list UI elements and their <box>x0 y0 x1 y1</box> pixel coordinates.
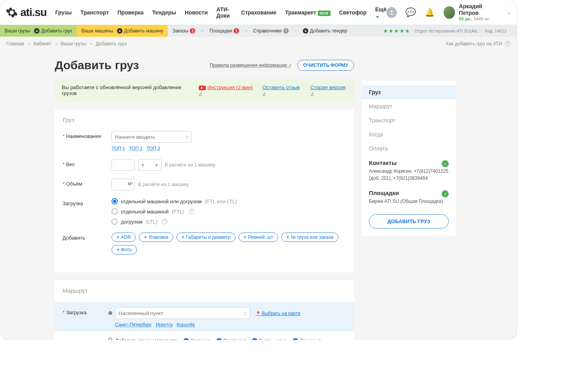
nav-tenders[interactable]: Тендеры <box>152 9 176 16</box>
sidebar-card: Груз Маршрут Транспорт Когда Оплата ✓ Ко… <box>362 81 456 236</box>
top-link[interactable]: ТОП 2 <box>129 146 143 151</box>
nav-docs[interactable]: АТИ-Доки <box>216 6 232 19</box>
route-dot-icon <box>108 338 112 340</box>
chevron-down-icon: ⌄ <box>375 13 380 19</box>
subnav-add-vehicle[interactable]: +Добавить машину <box>117 28 163 34</box>
label-route-load: Загрузка <box>63 307 106 315</box>
chip-adr[interactable]: ADR <box>111 233 136 242</box>
side-contacts[interactable]: ✓ Контакты Александр Корягин, +7(812)740… <box>362 156 456 186</box>
chat-icon[interactable]: 💬 <box>405 7 416 18</box>
user-sub: 85 дн., 5449 ат. <box>459 16 500 21</box>
breadcrumb[interactable]: Главная <box>6 41 24 47</box>
load-option-ftl-ltl[interactable]: отдельной машиной или догрузом (FTL или … <box>111 198 346 204</box>
volume-hint: В расчёте на 1 машину <box>138 182 189 187</box>
cargo-name-input[interactable]: ⌕ <box>111 131 192 143</box>
subnav-your-cargo[interactable]: Ваши грузы <box>5 28 30 34</box>
load-option-ltl[interactable]: догрузом (LTL)? <box>111 218 346 225</box>
info-banner: Вы работаете с обновлённой версией добав… <box>55 79 354 102</box>
subnav-your-vehicles[interactable]: Ваши машины <box>81 28 113 34</box>
sidenav-route[interactable]: Маршрут <box>362 99 456 113</box>
chevron-right-icon: › <box>201 28 203 34</box>
chip-packaging[interactable]: Упаковка <box>139 233 173 242</box>
chip-photo[interactable]: Фото <box>111 245 137 254</box>
chip-number[interactable]: № груза или заказа <box>281 233 338 242</box>
chevron-down-icon: ▾ <box>155 162 158 168</box>
nav-svetofor[interactable]: Светофор <box>339 9 367 16</box>
breadcrumb[interactable]: Кабинет <box>34 41 52 47</box>
top-link[interactable]: ТОП 1 <box>111 146 125 151</box>
nav-insurance[interactable]: Страхование <box>241 9 276 16</box>
add-load-point[interactable]: Загрузка <box>183 338 211 340</box>
add-cargo-button[interactable]: ДОБАВИТЬ ГРУЗ <box>369 214 449 229</box>
plus-icon: + <box>303 28 308 34</box>
add-customs-point[interactable]: Таможня <box>293 338 321 340</box>
gear-icon <box>5 6 18 19</box>
volume-unit: м³ <box>128 181 133 186</box>
old-version-link[interactable]: Старая версия <box>311 84 347 96</box>
sidenav-when[interactable]: Когда <box>362 127 456 141</box>
platforms-text: Биржа ATI.SU (Общая Площадка) <box>369 198 449 205</box>
load-option-ftl[interactable]: отдельной машиной (FTL)? <box>111 208 346 215</box>
bell-icon[interactable]: 🔔 <box>424 7 435 18</box>
main-nav: Грузы Транспорт Проверка Тендеры Новости… <box>55 6 387 19</box>
add-unload-point[interactable]: Разгрузка <box>216 338 246 340</box>
clear-form-button[interactable]: ОЧИСТИТЬ ФОРМУ <box>297 60 354 71</box>
user-menu[interactable]: Аркадий Петров 85 дн., 5449 ат. ⌄ <box>444 3 511 21</box>
rules-link[interactable]: Правила размещения информации <box>210 63 291 68</box>
nav-trakmarket[interactable]: ТракмаркетNEW <box>285 9 331 16</box>
radio-icon <box>111 218 118 225</box>
nav-cargo[interactable]: Грузы <box>55 9 72 16</box>
nav-news[interactable]: Новости <box>185 9 208 16</box>
chip-straps[interactable]: Ремней, шт <box>239 233 278 242</box>
page-title: Добавить груз <box>55 59 139 72</box>
city-shortcut[interactable]: Иркутск <box>156 322 173 328</box>
subnav-add-tender[interactable]: +Добавить тендер <box>303 28 347 34</box>
search-icon: ⌕ <box>244 310 247 316</box>
radio-icon <box>111 198 118 204</box>
feedback-link[interactable]: Оставить отзыв <box>263 84 301 96</box>
weight-input[interactable] <box>111 159 135 171</box>
banner-text: Вы работаете с обновлённой версией добав… <box>62 84 189 96</box>
org-code: Код: 14612 <box>485 29 507 33</box>
nav-check[interactable]: Проверка <box>117 9 144 16</box>
svg-point-0 <box>390 10 392 12</box>
map-link[interactable]: Выбрать на карте <box>255 311 300 316</box>
breadcrumb[interactable]: Ваши грузы <box>61 41 86 47</box>
search-icon: ⌕ <box>185 134 189 140</box>
city-shortcut[interactable]: Королёв <box>176 322 195 328</box>
city-shortcut[interactable]: Санкт-Петербург <box>115 322 152 328</box>
account-icon[interactable] <box>387 7 397 18</box>
top-link[interactable]: ТОП 3 <box>147 146 160 151</box>
question-icon[interactable]: ? <box>162 219 167 224</box>
subnav-orders[interactable]: Заказы1 <box>173 28 195 34</box>
radio-icon <box>111 208 118 215</box>
city-input[interactable]: ⌕ <box>115 307 250 319</box>
instruction-link[interactable]: Инструкция (2 мин) <box>199 84 253 96</box>
add-point-label: Добавить точку маршрута: <box>115 338 178 340</box>
avatar <box>444 6 455 19</box>
label-load: Загрузка <box>63 198 111 206</box>
subnav-refs[interactable]: Справочники! <box>253 28 289 34</box>
logo[interactable]: ati.su <box>5 6 47 19</box>
chevron-right-icon: › <box>295 28 297 34</box>
nav-more[interactable]: Ещё ⌄ <box>375 6 387 19</box>
sidenav-cargo[interactable]: Груз <box>362 85 456 99</box>
weight-hint: В расчёте на 1 машину <box>165 162 215 168</box>
plus-icon: + <box>34 28 40 34</box>
side-platforms[interactable]: ✓ Площадки Биржа ATI.SU (Общая Площадка) <box>362 186 456 209</box>
subnav-platforms[interactable]: Площадки1 <box>209 28 239 34</box>
contacts-text: Александр Корягин, +7(812)7401225 (доб. … <box>369 168 449 182</box>
question-icon[interactable]: ? <box>189 209 194 214</box>
check-icon: ✓ <box>442 160 449 167</box>
weight-unit-select[interactable]: т▾ <box>138 159 162 171</box>
sidenav-payment[interactable]: Оплата <box>362 141 456 156</box>
nav-transport[interactable]: Транспорт <box>80 9 109 16</box>
youtube-icon <box>199 86 206 90</box>
add-via-point[interactable]: Ехать через <box>252 338 287 340</box>
chip-dimensions[interactable]: Габариты и диаметр <box>176 233 236 242</box>
plus-icon: + <box>117 28 122 34</box>
label-weight: Вес <box>63 159 111 167</box>
help-link[interactable]: Как добавить груз на АТИ? <box>446 41 511 47</box>
subnav-add-cargo[interactable]: +Добавить груз <box>34 28 72 34</box>
sidenav-transport[interactable]: Транспорт <box>362 113 456 127</box>
